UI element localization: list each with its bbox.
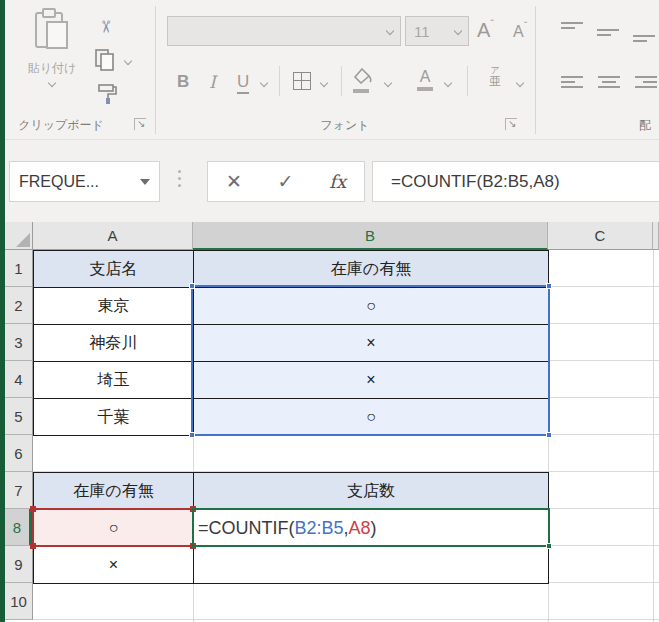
row-header-9[interactable]: 9 [5, 546, 33, 583]
cell-a8[interactable]: ○ [33, 509, 194, 547]
font-size-combobox[interactable]: 11 [405, 16, 469, 46]
cut-button[interactable]: ✂ [89, 12, 121, 40]
formula-token-suffix: ) [371, 518, 377, 539]
cell-b1[interactable]: 在庫の有無 [193, 250, 549, 288]
phonetic-guide-button[interactable]: ア 亜 [489, 66, 501, 87]
align-bottom-icon [633, 35, 655, 37]
cell-b5[interactable]: ○ [193, 398, 549, 436]
formula-bar-input[interactable]: =COUNTIF(B2:B5,A8) [372, 161, 659, 202]
copy-chevron-icon[interactable] [124, 57, 132, 65]
insert-function-icon[interactable]: fx [329, 171, 346, 192]
font-color-swatch [417, 87, 433, 91]
small-divider [341, 66, 342, 96]
ribbon: 貼り付け ✂ クリップボード ↘ [5, 0, 659, 140]
font-color-button[interactable]: A [417, 68, 433, 91]
align-right-button[interactable] [633, 72, 657, 92]
cell-a4[interactable]: 埼玉 [33, 361, 194, 399]
row-header-4[interactable]: 4 [5, 361, 33, 398]
paste-label: 貼り付け [28, 60, 77, 77]
column-header-d-partial[interactable] [653, 222, 659, 250]
formula-token-prefix: =COUNTIF( [198, 518, 295, 539]
copy-icon [95, 49, 115, 75]
font-size-value: 11 [406, 23, 430, 40]
row-header-10[interactable]: 10 [5, 583, 33, 620]
cell-b3[interactable]: × [193, 324, 549, 362]
cell-b9[interactable] [193, 546, 549, 584]
align-top-button[interactable] [561, 22, 585, 42]
underline-chevron-icon[interactable] [260, 79, 268, 87]
fill-color-chevron-icon[interactable] [384, 79, 392, 87]
column-header-c[interactable]: C [548, 222, 653, 250]
chevron-down-icon [48, 79, 56, 87]
formula-buttons: ✕ ✓ fx [207, 161, 365, 202]
clipboard-icon [33, 8, 71, 56]
cell-a5[interactable]: 千葉 [33, 398, 194, 436]
cell-a7[interactable]: 在庫の有無 [33, 472, 194, 510]
excel-window: 貼り付け ✂ クリップボード ↘ [0, 0, 659, 622]
row-header-1[interactable]: 1 [5, 250, 33, 287]
cancel-icon[interactable]: ✕ [226, 170, 242, 193]
borders-chevron-icon[interactable] [320, 79, 328, 87]
borders-grid-icon [294, 80, 310, 81]
fill-color-swatch [353, 89, 369, 93]
cell-b7[interactable]: 支店数 [193, 472, 549, 510]
phonetic-bottom-glyph: 亜 [489, 75, 501, 87]
copy-button[interactable] [89, 48, 121, 76]
align-right-icon [635, 76, 657, 78]
column-header-b[interactable]: B [193, 222, 548, 250]
italic-button[interactable]: I [209, 72, 216, 92]
column-header-a[interactable]: A [33, 222, 193, 250]
font-name-combobox[interactable] [167, 16, 401, 46]
align-left-icon [561, 76, 583, 78]
name-box[interactable]: FREQUE... [9, 161, 160, 202]
cell-a2[interactable]: 東京 [33, 287, 194, 325]
font-group-label: フォント [305, 117, 385, 134]
align-center-button[interactable] [597, 72, 621, 92]
row-header-8[interactable]: 8 [5, 509, 33, 546]
phonetic-chevron-icon[interactable] [516, 79, 524, 87]
align-middle-button[interactable] [597, 22, 621, 42]
formula-bar-drag-handle[interactable] [178, 170, 182, 187]
gridline [653, 250, 654, 622]
select-all-button[interactable] [5, 222, 33, 250]
row-header-5[interactable]: 5 [5, 398, 33, 435]
format-painter-button[interactable] [91, 82, 123, 110]
borders-button[interactable] [293, 72, 311, 90]
cell-a9[interactable]: × [33, 546, 194, 584]
font-color-letter-icon: A [420, 68, 431, 85]
increase-font-size-button[interactable]: Aˆ [477, 18, 494, 42]
font-color-chevron-icon[interactable] [444, 79, 452, 87]
row-header-7[interactable]: 7 [5, 472, 33, 509]
align-bottom-button[interactable] [633, 22, 657, 42]
font-increase-letter: A [477, 19, 490, 41]
group-divider [535, 6, 536, 134]
select-all-triangle-icon [16, 233, 30, 247]
enter-icon[interactable]: ✓ [278, 170, 294, 193]
cell-a1[interactable]: 支店名 [33, 250, 194, 288]
underline-button[interactable]: U [237, 72, 249, 94]
bold-button[interactable]: B [177, 72, 189, 92]
group-divider [155, 6, 156, 134]
align-middle-icon [597, 29, 619, 31]
row-header-2[interactable]: 2 [5, 287, 33, 324]
decrease-font-size-button[interactable]: Aˇ [513, 20, 527, 41]
clipboard-dialog-launcher-icon[interactable]: ↘ [134, 118, 146, 130]
row-header-3[interactable]: 3 [5, 324, 33, 361]
align-left-button[interactable] [561, 72, 585, 92]
name-box-dropdown-icon[interactable] [140, 179, 150, 185]
borders-grid-icon [301, 73, 302, 89]
font-dialog-launcher-icon[interactable]: ↘ [505, 118, 517, 130]
paste-button[interactable]: 貼り付け [19, 8, 85, 108]
clipboard-group-label: クリップボード [13, 117, 109, 134]
cell-b8-formula-edit[interactable]: =COUNTIF(B2:B5,A8) [193, 509, 549, 547]
fill-color-button[interactable] [353, 68, 373, 93]
row-header-6[interactable]: 6 [5, 435, 33, 472]
cell-b2[interactable]: ○ [193, 287, 549, 325]
formula-token-ref: A8 [349, 518, 371, 539]
cell-b4[interactable]: × [193, 361, 549, 399]
scissors-icon: ✂ [95, 19, 116, 33]
format-painter-icon [96, 83, 118, 109]
small-divider [467, 66, 468, 96]
formula-token-range: B2:B5 [295, 518, 344, 539]
cell-a3[interactable]: 神奈川 [33, 324, 194, 362]
